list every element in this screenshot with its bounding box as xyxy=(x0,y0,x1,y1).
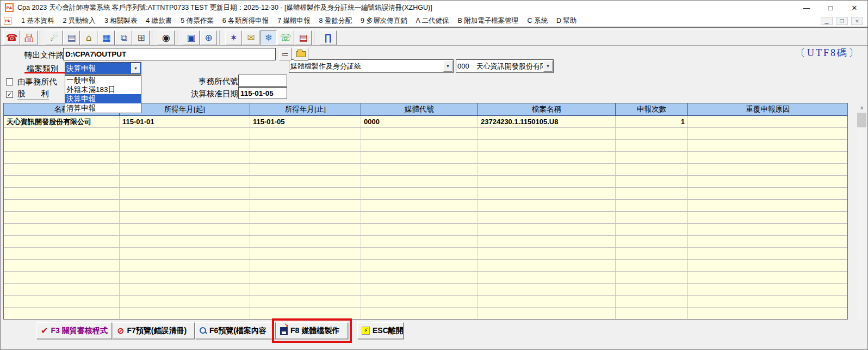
table-row[interactable] xyxy=(4,296,847,308)
exit-door-icon: ∏ xyxy=(325,33,332,42)
table-row[interactable] xyxy=(4,128,847,140)
menu-item-7[interactable]: 7 媒體申報 xyxy=(273,15,314,26)
printer-icon-button[interactable]: ▤ xyxy=(63,30,80,45)
f7-preview-errors-button[interactable]: ⊘F7預覽(錯誤清冊) xyxy=(113,322,195,339)
table-cell xyxy=(361,140,478,151)
table-row[interactable] xyxy=(4,188,847,200)
printer2-icon: ▤ xyxy=(299,33,307,42)
office-code-input[interactable] xyxy=(238,75,287,87)
mail-icon-button[interactable]: ✉ xyxy=(243,30,259,45)
table-cell xyxy=(4,248,120,259)
output-path-input[interactable] xyxy=(63,48,276,60)
menu-item-11[interactable]: B 附加電子檔案管理 xyxy=(454,15,523,26)
menu-item-13[interactable]: D 幫助 xyxy=(552,15,581,26)
table-cell xyxy=(120,200,250,211)
globe-icon: ⊕ xyxy=(204,33,212,42)
table-row[interactable] xyxy=(4,176,847,188)
call-icon-button[interactable]: ☏ xyxy=(277,30,294,45)
menu-item-8[interactable]: 8 盈餘分配 xyxy=(315,15,356,26)
menu-item-9[interactable]: 9 多層次傳直銷 xyxy=(356,15,411,26)
table-cell xyxy=(478,296,616,307)
grid-icon-button[interactable]: ▦ xyxy=(98,30,115,45)
phone-icon-button[interactable]: ☎ xyxy=(3,30,20,45)
chevron-down-icon[interactable]: ▼ xyxy=(131,63,140,73)
dividend-checkbox[interactable]: ✓ xyxy=(6,91,13,98)
agency-checkbox[interactable] xyxy=(6,78,13,85)
table-cell xyxy=(120,164,250,175)
table-row[interactable]: 天心資訊開發股份有限公司115-01-01115-01-050000237242… xyxy=(4,116,847,128)
f6-preview-content-button[interactable]: F6預覽(檔案內容 xyxy=(195,322,276,339)
menu-item-12[interactable]: C 系統 xyxy=(523,15,552,26)
table-row[interactable] xyxy=(4,224,847,236)
magic-brush-icon-button[interactable]: ✶ xyxy=(225,30,242,45)
company-dropdown-value: 000 天心資訊開發股份有限公司 xyxy=(457,61,543,71)
table-row[interactable] xyxy=(4,260,847,272)
file-type-dropdown[interactable]: 決算申報 ▼ xyxy=(65,62,141,75)
table-cell xyxy=(250,272,361,283)
printer2-icon-button[interactable]: ▤ xyxy=(295,30,312,45)
table-cell xyxy=(250,260,361,271)
menu-item-5[interactable]: 5 傳票作業 xyxy=(176,15,218,26)
menu-item-6[interactable]: 6 各類所得申報 xyxy=(218,15,273,26)
table-cell xyxy=(361,224,478,235)
menu-item-2[interactable]: 2 異動輸入 xyxy=(58,15,100,26)
menu-item-4[interactable]: 4 繳款書 xyxy=(141,15,176,26)
folder-icon xyxy=(296,51,306,57)
maximize-button[interactable]: □ xyxy=(820,1,841,15)
home-icon-button[interactable]: ⌂ xyxy=(80,30,97,45)
open-folder-button[interactable] xyxy=(294,47,308,61)
table-row[interactable] xyxy=(4,272,847,284)
menu-item-1[interactable]: 1 基本資料 xyxy=(17,15,58,26)
scroll-up-button[interactable]: ∧ xyxy=(857,103,866,112)
function-dropdown[interactable]: 媒體檔製作及身分証統 ▼ xyxy=(289,59,454,73)
globe-icon-button[interactable]: ⊕ xyxy=(200,30,217,45)
esc-exit-button[interactable]: ⚡ESC離開 xyxy=(357,322,404,339)
vertical-scrollbar[interactable]: ∧ xyxy=(857,103,866,320)
table-cell xyxy=(361,308,478,319)
menu-item-3[interactable]: 3 相關製表 xyxy=(100,15,141,26)
f8-create-media-button[interactable]: F8 媒體檔製作 xyxy=(276,322,348,339)
table-row[interactable] xyxy=(4,200,847,212)
dropdown-option-3[interactable]: 決算申報 xyxy=(65,94,141,103)
exit-door-icon-button[interactable]: ∏ xyxy=(320,30,337,45)
menu-item-10[interactable]: A 二代健保 xyxy=(411,15,453,26)
dropdown-option-4[interactable]: 清算申報 xyxy=(65,103,141,113)
table-cell xyxy=(361,152,478,163)
dropdown-option-1[interactable]: 一般申報 xyxy=(65,76,141,85)
chevron-down-icon[interactable]: ▼ xyxy=(443,60,452,72)
table-cell xyxy=(478,140,616,151)
table-cell xyxy=(688,188,848,199)
mdi-minimize-button[interactable]: ▁ xyxy=(821,17,833,25)
network-icon-button[interactable]: ⧉ xyxy=(115,30,132,45)
minimize-button[interactable]: — xyxy=(796,1,817,15)
satellite-icon-button[interactable]: ☄ xyxy=(46,30,63,45)
snowflake-icon-button[interactable]: ❄ xyxy=(260,30,277,45)
close-button[interactable]: ✕ xyxy=(844,1,865,15)
mdi-child-icon[interactable]: PA xyxy=(4,17,11,24)
calculator-icon-button[interactable]: ⊞ xyxy=(133,30,150,45)
table-row[interactable] xyxy=(4,308,847,320)
mdi-restore-button[interactable]: ❐ xyxy=(836,17,848,25)
scrollbar-thumb[interactable] xyxy=(857,113,866,127)
table-row[interactable] xyxy=(4,248,847,260)
table-cell xyxy=(120,188,250,199)
company-dropdown[interactable]: 000 天心資訊開發股份有限公司 ▼ xyxy=(456,59,554,73)
table-row[interactable] xyxy=(4,140,847,152)
table-row[interactable] xyxy=(4,236,847,248)
table-body: 天心資訊開發股份有限公司115-01-01115-01-050000237242… xyxy=(4,116,847,320)
org-chart-icon-button[interactable]: 品 xyxy=(21,30,38,45)
table-cell xyxy=(616,200,688,211)
table-row[interactable] xyxy=(4,164,847,176)
monitor-icon-button[interactable]: ▣ xyxy=(183,30,200,45)
chevron-down-icon[interactable]: ▼ xyxy=(543,60,553,72)
eye-icon-button[interactable]: ◉ xyxy=(158,30,175,45)
mdi-close-button[interactable]: ✕ xyxy=(851,17,863,25)
table-row[interactable] xyxy=(4,284,847,296)
f3-customs-check-button[interactable]: ✔F3 關貿審核程式 xyxy=(36,322,112,339)
table-row[interactable] xyxy=(4,152,847,164)
approval-date-input[interactable] xyxy=(238,87,287,99)
dropdown-option-2[interactable]: 外籍未滿183日 xyxy=(65,85,141,94)
table-row[interactable] xyxy=(4,212,847,224)
browse-tree-button[interactable]: ≔ xyxy=(279,48,292,60)
table-cell xyxy=(120,224,250,235)
